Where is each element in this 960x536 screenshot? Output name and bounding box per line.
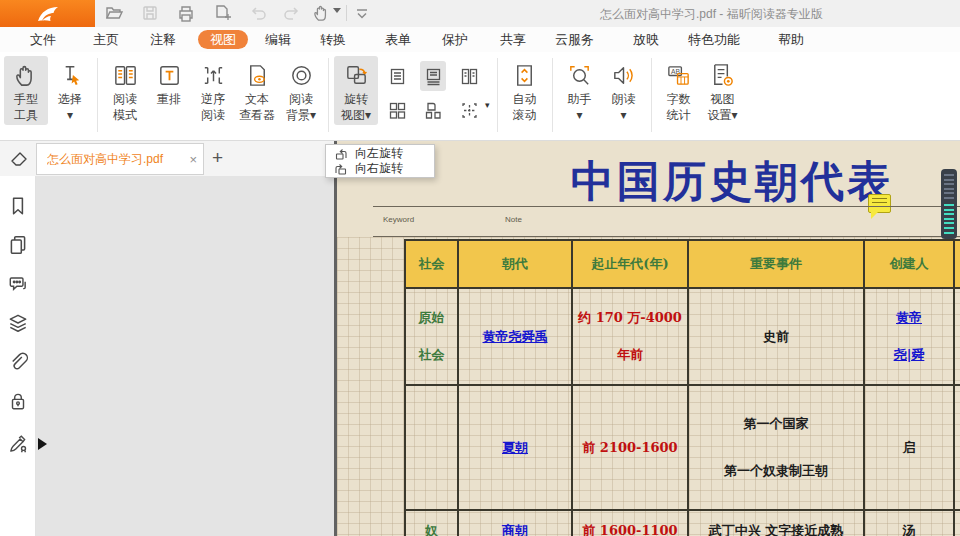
reverse-reading-icon (200, 59, 227, 92)
ribbon-separator (497, 58, 498, 132)
app-logo[interactable] (0, 0, 95, 27)
menu-convert[interactable]: 转换 (320, 30, 346, 49)
menu-home[interactable]: 主页 (93, 30, 119, 49)
keyword-label: Keyword (383, 215, 414, 224)
founder-link[interactable]: 尧|舜 (894, 346, 925, 364)
save-button[interactable] (140, 3, 160, 23)
scroll-indicator-gray-marks (944, 174, 954, 199)
undo-button[interactable] (248, 3, 268, 23)
reading-background-label: 阅读 背景▾ (286, 92, 316, 123)
tab-title: 怎么面对高中学习.pdf (47, 151, 185, 168)
hand-tool-label: 手型 工具 (14, 92, 38, 123)
panel-expand-handle[interactable] (38, 438, 47, 450)
dynasty-link[interactable]: 商朝 (502, 522, 528, 536)
read-mode-button[interactable]: 阅读 模式 (103, 56, 147, 125)
hand-tool-button[interactable]: 手型 工具 (4, 56, 48, 125)
single-page-button[interactable] (384, 61, 410, 91)
view-settings-icon (709, 59, 736, 92)
menu-comment[interactable]: 注释 (150, 30, 176, 49)
attachments-panel-icon[interactable] (7, 351, 29, 373)
word-count-icon: AB (665, 59, 692, 92)
redo-button[interactable] (282, 3, 302, 23)
menu-help[interactable]: 帮助 (778, 30, 804, 49)
comments-panel-icon[interactable] (7, 273, 29, 295)
reading-background-button[interactable]: 阅读 背景▾ (279, 56, 323, 125)
signature-panel-icon[interactable] (7, 433, 29, 455)
hand-tool-quick-button[interactable] (312, 3, 332, 23)
menu-features[interactable]: 特色功能 (688, 30, 740, 49)
print-button[interactable] (176, 3, 196, 23)
facing-continuous-button[interactable] (384, 95, 410, 125)
word-count-button[interactable]: AB 字数 统计 (657, 56, 701, 125)
auto-scroll-icon (511, 59, 538, 92)
organize-pages-button[interactable] (212, 3, 232, 23)
table-row: 武丁中兴 文字接近成熟 (689, 511, 865, 536)
facing-pages-button[interactable] (456, 61, 482, 91)
hand-icon (13, 59, 40, 92)
menu-share[interactable]: 共享 (500, 30, 526, 49)
continuous-page-button[interactable] (420, 61, 446, 91)
founder-link[interactable]: 黄帝 (896, 309, 922, 327)
table-cell-extra (955, 386, 960, 511)
menu-file[interactable]: 文件 (30, 30, 56, 49)
new-tab-button[interactable]: + (212, 145, 223, 171)
security-panel-icon[interactable] (7, 390, 29, 412)
menu-edit[interactable]: 编辑 (265, 30, 291, 49)
society-text: 奴 (425, 522, 438, 536)
split-view-button[interactable] (456, 95, 482, 125)
rotate-left-icon (334, 147, 348, 161)
open-file-button[interactable] (104, 3, 124, 23)
table-row: 黄帝 尧|舜 (865, 289, 955, 386)
page-thumbnails-panel-icon[interactable] (7, 234, 29, 256)
society-text: 社会 (419, 346, 445, 364)
table-row: 黄帝尧舜禹 (459, 289, 573, 386)
rotate-view-button[interactable]: 旋转 视图▾ (334, 56, 378, 125)
split-view-caret-icon[interactable]: ▾ (485, 100, 490, 110)
tab-close-icon[interactable]: × (189, 152, 197, 167)
period-text: 前 2100-1600 (582, 439, 677, 457)
hand-tool-caret-icon[interactable] (333, 8, 353, 28)
document-scroll-indicator[interactable] (941, 169, 957, 239)
view-settings-button[interactable]: 视图 设置▾ (701, 56, 745, 125)
sticky-note-annotation-icon[interactable] (868, 194, 891, 213)
menu-view-active[interactable]: 视图 (198, 30, 248, 49)
menu-protect[interactable]: 保护 (442, 30, 468, 49)
rotate-right-menu-item[interactable]: 向右旋转 (326, 161, 434, 176)
customize-toolbar-chevron-icon[interactable] (352, 3, 372, 23)
read-aloud-button[interactable]: 朗读 ▾ (602, 56, 646, 125)
cover-facing-button[interactable] (420, 95, 446, 125)
dynasty-table: 社会 朝代 起止年代(年) 重要事件 创建人 原始 社会 黄帝尧舜禹 约 170… (404, 239, 960, 536)
app-window: 怎么面对高中学习.pdf - 福昕阅读器专业版 文件 主页 注释 视图 编辑 转… (0, 0, 960, 536)
reverse-reading-label: 逆序 阅读 (201, 92, 225, 123)
assistant-button[interactable]: 助手 ▾ (558, 56, 602, 125)
reverse-reading-button[interactable]: 逆序 阅读 (191, 56, 235, 125)
reflow-button[interactable]: 重排 (147, 56, 191, 110)
book-icon (112, 59, 139, 92)
document-tab-bar: 怎么面对高中学习.pdf × + (0, 141, 337, 176)
menu-cloud[interactable]: 云服务 (555, 30, 594, 49)
rotate-view-dropdown: 向左旋转 向右旋转 (325, 144, 435, 178)
ribbon-separator (651, 58, 652, 132)
menu-present[interactable]: 放映 (633, 30, 659, 49)
rotate-left-menu-item[interactable]: 向左旋转 (326, 146, 434, 161)
col-header-extra (955, 241, 960, 289)
quick-access-separator (346, 5, 347, 21)
text-viewer-button[interactable]: 文本 查看器 (235, 56, 279, 125)
menu-form[interactable]: 表单 (385, 30, 411, 49)
dynasty-link[interactable]: 夏朝 (502, 439, 528, 457)
view-settings-label: 视图 设置▾ (708, 92, 738, 123)
text-viewer-icon (244, 59, 271, 92)
select-tool-button[interactable]: 选择 ▾ (48, 56, 92, 125)
document-tab[interactable]: 怎么面对高中学习.pdf × (36, 143, 204, 175)
table-cell-extra (955, 289, 960, 386)
bookmark-panel-icon[interactable] (7, 195, 29, 217)
eraser-icon[interactable] (8, 147, 30, 169)
read-aloud-label: 朗读 ▾ (612, 92, 636, 123)
ribbon-separator (552, 58, 553, 132)
scroll-indicator-teal-marks (944, 204, 954, 234)
layers-panel-icon[interactable] (7, 312, 29, 334)
dynasty-link[interactable]: 黄帝尧舜禹 (483, 328, 548, 346)
auto-scroll-button[interactable]: 自动 滚动 (503, 56, 547, 125)
society-text: 原始 (419, 309, 445, 327)
reflow-label: 重排 (157, 92, 181, 108)
